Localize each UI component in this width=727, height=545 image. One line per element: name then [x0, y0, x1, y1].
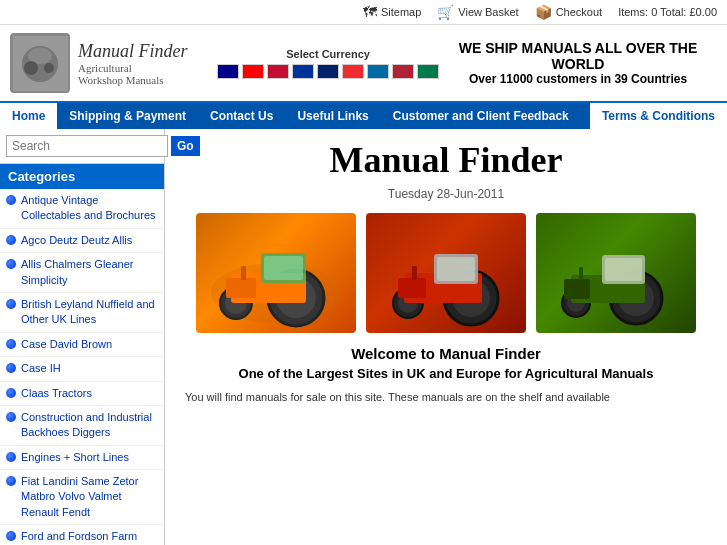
svg-rect-32 — [564, 279, 590, 299]
category-item[interactable]: Ford and Fordson Farm — [0, 525, 164, 545]
flag-se[interactable] — [367, 64, 389, 79]
category-bullet — [6, 195, 16, 205]
category-bullet — [6, 388, 16, 398]
category-item[interactable]: Antique Vintage Collectables and Brochur… — [0, 189, 164, 229]
svg-point-3 — [24, 61, 38, 75]
page-title: Manual Finder — [185, 139, 707, 181]
site-header: Manual Finder Agricultural Workshop Manu… — [0, 25, 727, 103]
category-bullet — [6, 476, 16, 486]
category-bullet — [6, 363, 16, 373]
svg-rect-34 — [605, 258, 642, 281]
welcome-sub: One of the Largest Sites in UK and Europ… — [185, 366, 707, 381]
ship-sub: Over 11000 customers in 39 Countries — [439, 72, 717, 86]
flag-no[interactable] — [342, 64, 364, 79]
basket-link[interactable]: 🛒 View Basket — [437, 4, 518, 20]
category-label: Fiat Landini Same Zetor Matbro Volvo Val… — [21, 474, 158, 520]
welcome-text: You will find manuals for sale on this s… — [185, 389, 707, 406]
svg-rect-14 — [264, 256, 303, 280]
logo-text: Manual Finder Agricultural Workshop Manu… — [78, 41, 188, 86]
category-bullet — [6, 531, 16, 541]
category-label: Agco Deutz Deutz Allis — [21, 233, 132, 248]
logo-sub2: Workshop Manuals — [78, 74, 188, 86]
svg-rect-35 — [579, 267, 583, 280]
category-item[interactable]: Case IH — [0, 357, 164, 381]
sitemap-icon: 🗺 — [363, 4, 377, 20]
category-label: Construction and Industrial Backhoes Dig… — [21, 410, 158, 441]
svg-rect-15 — [241, 266, 246, 280]
category-item[interactable]: Construction and Industrial Backhoes Dig… — [0, 406, 164, 446]
welcome-title: Welcome to Manual Finder — [185, 345, 707, 362]
categories-header: Categories — [0, 164, 164, 189]
category-bullet — [6, 299, 16, 309]
category-label: Case IH — [21, 361, 61, 376]
nav-terms[interactable]: Terms & Conditions — [590, 103, 727, 129]
category-label: Ford and Fordson Farm — [21, 529, 137, 544]
tractor-images — [185, 213, 707, 333]
sidebar: Go Categories Antique Vintage Collectabl… — [0, 129, 165, 545]
category-label: Engines + Short Lines — [21, 450, 129, 465]
category-label: Allis Chalmers Gleaner Simplicity — [21, 257, 158, 288]
tractor-green — [536, 213, 696, 333]
ship-text: WE SHIP MANUALS ALL OVER THE WORLD — [439, 40, 717, 72]
svg-rect-22 — [398, 278, 426, 298]
nav-links[interactable]: Useful Links — [285, 103, 380, 129]
checkout-link[interactable]: 📦 Checkout — [535, 4, 602, 20]
category-list: Antique Vintage Collectables and Brochur… — [0, 189, 164, 545]
nav-bar: Home Shipping & Payment Contact Us Usefu… — [0, 103, 727, 129]
main-content: Manual Finder Tuesday 28-Jun-2011 — [165, 129, 727, 545]
category-label: British Leyland Nuffield and Other UK Li… — [21, 297, 158, 328]
basket-label: View Basket — [458, 6, 518, 18]
search-bar: Go — [0, 129, 164, 164]
category-bullet — [6, 259, 16, 269]
flag-au[interactable] — [217, 64, 239, 79]
category-item[interactable]: Agco Deutz Deutz Allis — [0, 229, 164, 253]
category-label: Antique Vintage Collectables and Brochur… — [21, 193, 158, 224]
logo: Manual Finder Agricultural Workshop Manu… — [10, 33, 217, 93]
category-item[interactable]: Case David Brown — [0, 333, 164, 357]
logo-icon — [10, 33, 70, 93]
logo-title: Manual Finder — [78, 41, 188, 62]
page-date: Tuesday 28-Jun-2011 — [185, 187, 707, 201]
top-bar: 🗺 Sitemap 🛒 View Basket 📦 Checkout Items… — [0, 0, 727, 25]
svg-point-4 — [44, 63, 54, 73]
nav-home[interactable]: Home — [0, 103, 57, 129]
main-layout: Go Categories Antique Vintage Collectabl… — [0, 129, 727, 545]
search-input[interactable] — [6, 135, 168, 157]
category-label: Claas Tractors — [21, 386, 92, 401]
sitemap-label: Sitemap — [381, 6, 421, 18]
flag-eu[interactable] — [292, 64, 314, 79]
cart-info: Items: 0 Total: £0.00 — [618, 6, 717, 18]
category-bullet — [6, 339, 16, 349]
category-bullet — [6, 412, 16, 422]
svg-rect-25 — [412, 266, 417, 280]
category-item[interactable]: Engines + Short Lines — [0, 446, 164, 470]
category-item[interactable]: Allis Chalmers Gleaner Simplicity — [0, 253, 164, 293]
nav-feedback[interactable]: Customer and Client Feedback — [381, 103, 581, 129]
flag-ca[interactable] — [242, 64, 264, 79]
category-item[interactable]: Claas Tractors — [0, 382, 164, 406]
currency-label: Select Currency — [286, 48, 370, 60]
tractor-orange — [196, 213, 356, 333]
svg-rect-12 — [226, 278, 256, 298]
basket-icon: 🛒 — [437, 4, 454, 20]
category-item[interactable]: Fiat Landini Same Zetor Matbro Volvo Val… — [0, 470, 164, 525]
flags — [217, 64, 439, 79]
category-label: Case David Brown — [21, 337, 112, 352]
checkout-icon: 📦 — [535, 4, 552, 20]
nav-shipping[interactable]: Shipping & Payment — [57, 103, 198, 129]
category-bullet — [6, 235, 16, 245]
flag-za[interactable] — [417, 64, 439, 79]
checkout-label: Checkout — [556, 6, 602, 18]
sitemap-link[interactable]: 🗺 Sitemap — [363, 4, 421, 20]
flag-dk[interactable] — [267, 64, 289, 79]
logo-sub1: Agricultural — [78, 62, 188, 74]
category-bullet — [6, 452, 16, 462]
flag-us[interactable] — [392, 64, 414, 79]
ship-info: WE SHIP MANUALS ALL OVER THE WORLD Over … — [439, 40, 717, 86]
currency-section: Select Currency — [217, 48, 439, 79]
tractor-red — [366, 213, 526, 333]
category-item[interactable]: British Leyland Nuffield and Other UK Li… — [0, 293, 164, 333]
flag-gb[interactable] — [317, 64, 339, 79]
nav-contact[interactable]: Contact Us — [198, 103, 285, 129]
svg-rect-24 — [437, 257, 475, 281]
